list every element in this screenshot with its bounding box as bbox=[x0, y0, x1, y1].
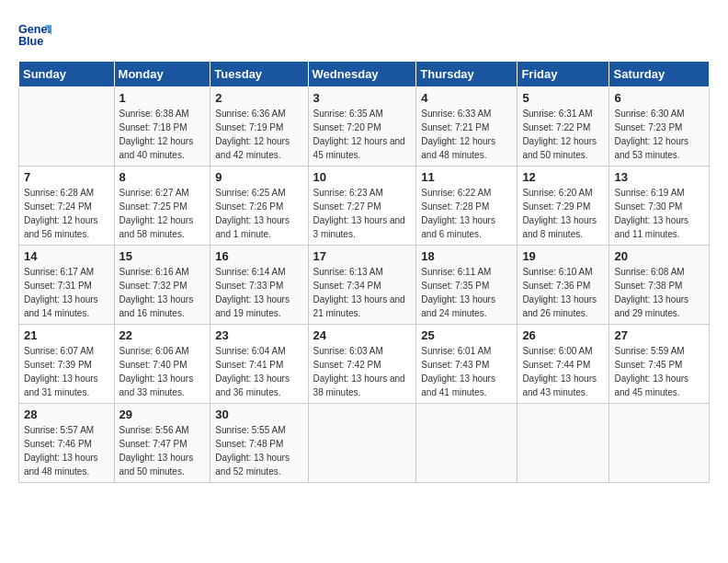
day-number: 23 bbox=[215, 328, 302, 342]
day-info: Sunrise: 6:14 AMSunset: 7:33 PMDaylight:… bbox=[215, 265, 302, 320]
calendar-week-4: 21Sunrise: 6:07 AMSunset: 7:39 PMDayligh… bbox=[19, 325, 710, 404]
logo: General Blue bbox=[18, 18, 51, 52]
calendar-week-2: 7Sunrise: 6:28 AMSunset: 7:24 PMDaylight… bbox=[19, 167, 710, 246]
calendar-cell: 16Sunrise: 6:14 AMSunset: 7:33 PMDayligh… bbox=[210, 246, 308, 325]
day-info: Sunrise: 6:03 AMSunset: 7:42 PMDaylight:… bbox=[313, 344, 412, 399]
day-number: 3 bbox=[313, 91, 412, 105]
day-info: Sunrise: 6:17 AMSunset: 7:31 PMDaylight:… bbox=[24, 265, 109, 320]
calendar-cell: 17Sunrise: 6:13 AMSunset: 7:34 PMDayligh… bbox=[308, 246, 416, 325]
day-number: 21 bbox=[24, 328, 109, 342]
day-info: Sunrise: 6:13 AMSunset: 7:34 PMDaylight:… bbox=[313, 265, 412, 320]
weekday-header-monday: Monday bbox=[114, 62, 210, 87]
day-info: Sunrise: 5:55 AMSunset: 7:48 PMDaylight:… bbox=[215, 423, 302, 478]
day-info: Sunrise: 6:31 AMSunset: 7:22 PMDaylight:… bbox=[522, 107, 604, 162]
calendar-cell: 9Sunrise: 6:25 AMSunset: 7:26 PMDaylight… bbox=[210, 167, 308, 246]
day-number: 1 bbox=[119, 91, 206, 105]
day-number: 8 bbox=[119, 170, 206, 184]
day-info: Sunrise: 5:56 AMSunset: 7:47 PMDaylight:… bbox=[119, 423, 206, 478]
calendar-week-1: 1Sunrise: 6:38 AMSunset: 7:18 PMDaylight… bbox=[19, 87, 710, 167]
day-number: 24 bbox=[313, 328, 412, 342]
calendar-cell: 1Sunrise: 6:38 AMSunset: 7:18 PMDaylight… bbox=[114, 87, 210, 167]
weekday-header-friday: Friday bbox=[518, 62, 609, 87]
day-info: Sunrise: 6:11 AMSunset: 7:35 PMDaylight:… bbox=[421, 265, 512, 320]
calendar-cell: 5Sunrise: 6:31 AMSunset: 7:22 PMDaylight… bbox=[518, 87, 609, 167]
day-info: Sunrise: 6:16 AMSunset: 7:32 PMDaylight:… bbox=[119, 265, 206, 320]
day-info: Sunrise: 6:25 AMSunset: 7:26 PMDaylight:… bbox=[215, 186, 302, 241]
calendar-cell: 15Sunrise: 6:16 AMSunset: 7:32 PMDayligh… bbox=[114, 246, 210, 325]
day-info: Sunrise: 6:19 AMSunset: 7:30 PMDaylight:… bbox=[614, 186, 704, 241]
day-info: Sunrise: 6:10 AMSunset: 7:36 PMDaylight:… bbox=[522, 265, 604, 320]
calendar-cell: 20Sunrise: 6:08 AMSunset: 7:38 PMDayligh… bbox=[609, 246, 710, 325]
calendar-cell: 13Sunrise: 6:19 AMSunset: 7:30 PMDayligh… bbox=[609, 167, 710, 246]
calendar-cell: 29Sunrise: 5:56 AMSunset: 7:47 PMDayligh… bbox=[114, 404, 210, 483]
weekday-header-thursday: Thursday bbox=[416, 62, 518, 87]
day-number: 19 bbox=[522, 249, 604, 263]
weekday-header-tuesday: Tuesday bbox=[210, 62, 308, 87]
calendar-cell: 14Sunrise: 6:17 AMSunset: 7:31 PMDayligh… bbox=[19, 246, 115, 325]
day-info: Sunrise: 6:04 AMSunset: 7:41 PMDaylight:… bbox=[215, 344, 302, 399]
day-number: 5 bbox=[522, 91, 604, 105]
day-info: Sunrise: 6:01 AMSunset: 7:43 PMDaylight:… bbox=[421, 344, 512, 399]
day-info: Sunrise: 6:30 AMSunset: 7:23 PMDaylight:… bbox=[614, 107, 704, 162]
day-number: 18 bbox=[421, 249, 512, 263]
calendar-cell: 22Sunrise: 6:06 AMSunset: 7:40 PMDayligh… bbox=[114, 325, 210, 404]
day-info: Sunrise: 6:23 AMSunset: 7:27 PMDaylight:… bbox=[313, 186, 412, 241]
day-info: Sunrise: 6:20 AMSunset: 7:29 PMDaylight:… bbox=[522, 186, 604, 241]
day-info: Sunrise: 5:59 AMSunset: 7:45 PMDaylight:… bbox=[614, 344, 704, 399]
calendar-cell: 25Sunrise: 6:01 AMSunset: 7:43 PMDayligh… bbox=[416, 325, 518, 404]
calendar-cell bbox=[416, 404, 518, 483]
calendar-cell: 27Sunrise: 5:59 AMSunset: 7:45 PMDayligh… bbox=[609, 325, 710, 404]
calendar-cell bbox=[308, 404, 416, 483]
day-number: 9 bbox=[215, 170, 302, 184]
calendar-cell: 6Sunrise: 6:30 AMSunset: 7:23 PMDaylight… bbox=[609, 87, 710, 167]
page-header: General Blue bbox=[18, 18, 710, 52]
calendar-week-3: 14Sunrise: 6:17 AMSunset: 7:31 PMDayligh… bbox=[19, 246, 710, 325]
day-number: 7 bbox=[24, 170, 109, 184]
day-number: 20 bbox=[614, 249, 704, 263]
day-number: 16 bbox=[215, 249, 302, 263]
day-number: 11 bbox=[421, 170, 512, 184]
day-number: 29 bbox=[119, 408, 206, 421]
svg-text:Blue: Blue bbox=[18, 35, 43, 48]
calendar-cell: 8Sunrise: 6:27 AMSunset: 7:25 PMDaylight… bbox=[114, 167, 210, 246]
day-number: 27 bbox=[614, 328, 704, 342]
day-info: Sunrise: 6:06 AMSunset: 7:40 PMDaylight:… bbox=[119, 344, 206, 399]
calendar-cell: 4Sunrise: 6:33 AMSunset: 7:21 PMDaylight… bbox=[416, 87, 518, 167]
day-number: 25 bbox=[421, 328, 512, 342]
calendar-cell: 26Sunrise: 6:00 AMSunset: 7:44 PMDayligh… bbox=[518, 325, 609, 404]
day-info: Sunrise: 6:00 AMSunset: 7:44 PMDaylight:… bbox=[522, 344, 604, 399]
weekday-header-wednesday: Wednesday bbox=[308, 62, 416, 87]
day-info: Sunrise: 6:38 AMSunset: 7:18 PMDaylight:… bbox=[119, 107, 206, 162]
day-info: Sunrise: 6:07 AMSunset: 7:39 PMDaylight:… bbox=[24, 344, 109, 399]
calendar-cell bbox=[609, 404, 710, 483]
weekday-header-sunday: Sunday bbox=[19, 62, 115, 87]
day-number: 28 bbox=[24, 408, 109, 421]
day-number: 15 bbox=[119, 249, 206, 263]
calendar-cell: 10Sunrise: 6:23 AMSunset: 7:27 PMDayligh… bbox=[308, 167, 416, 246]
calendar-cell: 2Sunrise: 6:36 AMSunset: 7:19 PMDaylight… bbox=[210, 87, 308, 167]
day-number: 12 bbox=[522, 170, 604, 184]
day-number: 22 bbox=[119, 328, 206, 342]
day-info: Sunrise: 6:36 AMSunset: 7:19 PMDaylight:… bbox=[215, 107, 302, 162]
day-info: Sunrise: 5:57 AMSunset: 7:46 PMDaylight:… bbox=[24, 423, 109, 478]
day-info: Sunrise: 6:08 AMSunset: 7:38 PMDaylight:… bbox=[614, 265, 704, 320]
day-number: 10 bbox=[313, 170, 412, 184]
day-number: 17 bbox=[313, 249, 412, 263]
day-number: 4 bbox=[421, 91, 512, 105]
calendar-cell: 21Sunrise: 6:07 AMSunset: 7:39 PMDayligh… bbox=[19, 325, 115, 404]
day-info: Sunrise: 6:35 AMSunset: 7:20 PMDaylight:… bbox=[313, 107, 412, 162]
day-number: 26 bbox=[522, 328, 604, 342]
calendar-week-5: 28Sunrise: 5:57 AMSunset: 7:46 PMDayligh… bbox=[19, 404, 710, 483]
calendar-cell: 28Sunrise: 5:57 AMSunset: 7:46 PMDayligh… bbox=[19, 404, 115, 483]
day-info: Sunrise: 6:33 AMSunset: 7:21 PMDaylight:… bbox=[421, 107, 512, 162]
weekday-header-saturday: Saturday bbox=[609, 62, 710, 87]
calendar-cell: 12Sunrise: 6:20 AMSunset: 7:29 PMDayligh… bbox=[518, 167, 609, 246]
day-number: 13 bbox=[614, 170, 704, 184]
calendar-cell: 3Sunrise: 6:35 AMSunset: 7:20 PMDaylight… bbox=[308, 87, 416, 167]
calendar-cell: 24Sunrise: 6:03 AMSunset: 7:42 PMDayligh… bbox=[308, 325, 416, 404]
day-info: Sunrise: 6:22 AMSunset: 7:28 PMDaylight:… bbox=[421, 186, 512, 241]
calendar-cell: 7Sunrise: 6:28 AMSunset: 7:24 PMDaylight… bbox=[19, 167, 115, 246]
day-info: Sunrise: 6:27 AMSunset: 7:25 PMDaylight:… bbox=[119, 186, 206, 241]
calendar-cell bbox=[518, 404, 609, 483]
day-number: 14 bbox=[24, 249, 109, 263]
